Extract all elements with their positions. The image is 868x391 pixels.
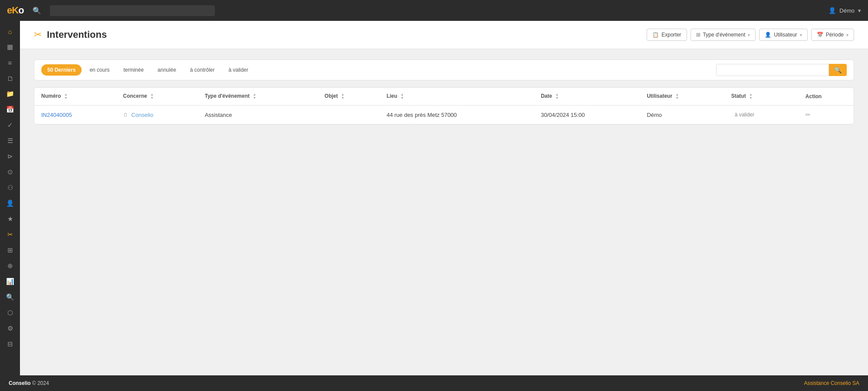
- page-title-area: ✂ Interventions: [34, 29, 107, 40]
- interventions-table: Numéro ▲▼ Concerne ▲▼ Type d'événement ▲…: [34, 87, 854, 125]
- filter-tabs: 50 Derniers en cours terminée annulée à …: [41, 60, 716, 80]
- sidebar-item-globe[interactable]: ⊕: [2, 259, 18, 273]
- sidebar-item-truck[interactable]: ⊳: [2, 149, 18, 163]
- table-row: IN24040005 🗋 Conselio Assistance 44 rue …: [34, 106, 854, 124]
- col-statut[interactable]: Statut ▲▼: [724, 88, 799, 106]
- sort-arrows-statut: ▲▼: [749, 93, 753, 100]
- table: Numéro ▲▼ Concerne ▲▼ Type d'événement ▲…: [34, 88, 854, 124]
- sidebar-item-badge[interactable]: ⊙: [2, 165, 18, 179]
- event-type-filter-button[interactable]: ⊞ Type d'événement ▾: [690, 29, 756, 41]
- sidebar-item-person[interactable]: 👤: [2, 196, 18, 210]
- sort-arrows-objet: ▲▼: [341, 93, 345, 100]
- edit-action-button[interactable]: ✏: [806, 111, 811, 118]
- cell-date: 30/04/2024 15:00: [534, 106, 640, 124]
- sidebar-item-check[interactable]: ✓: [2, 118, 18, 132]
- topnav-search-icon[interactable]: 🔍: [31, 5, 43, 17]
- user-filter-icon: 👤: [765, 32, 771, 38]
- sidebar-item-folder[interactable]: 📁: [2, 87, 18, 101]
- sidebar-item-network[interactable]: ⬡: [2, 306, 18, 320]
- filter-tab-annulee[interactable]: annulée: [151, 64, 182, 76]
- col-concerne[interactable]: Concerne ▲▼: [116, 88, 198, 106]
- filter-search-area: 🔍: [716, 64, 847, 76]
- export-button[interactable]: 📋 Exporter: [647, 29, 687, 41]
- sort-arrows-utilisateur: ▲▼: [675, 93, 679, 100]
- main-layout: ⌂ ▦ ≡ 🗋 📁 📅 ✓ ☰ ⊳ ⊙ ⚇ 👤 ★ ✂ ⊞ ⊕ 📊 🔍 ⬡ ⚙ …: [0, 21, 868, 375]
- period-filter-button[interactable]: 📅 Période ▾: [811, 29, 854, 41]
- event-type-icon: ⊞: [696, 32, 700, 38]
- sidebar-item-calendar[interactable]: 📅: [2, 103, 18, 116]
- export-icon: 📋: [652, 32, 659, 38]
- cell-action: ✏: [799, 106, 854, 124]
- page-title: Interventions: [47, 29, 107, 40]
- footer: Conselio © 2024 Assistance Conselio SA: [0, 375, 868, 391]
- sort-arrows-concerne: ▲▼: [150, 93, 154, 100]
- footer-company: Conselio: [9, 380, 31, 386]
- footer-right: Assistance Conselio SA: [804, 380, 859, 386]
- sidebar-item-settings[interactable]: ⚙: [2, 321, 18, 335]
- col-numero[interactable]: Numéro ▲▼: [34, 88, 116, 106]
- numero-link[interactable]: IN24040005: [41, 112, 72, 118]
- sidebar-item-search[interactable]: 🔍: [2, 290, 18, 304]
- footer-left: Conselio © 2024: [9, 380, 49, 386]
- filter-search-button[interactable]: 🔍: [829, 64, 847, 76]
- table-header-row: Numéro ▲▼ Concerne ▲▼ Type d'événement ▲…: [34, 88, 854, 106]
- sidebar-item-dashboard[interactable]: ▦: [2, 40, 18, 54]
- sidebar-item-lines[interactable]: ☰: [2, 134, 18, 148]
- sidebar-item-list[interactable]: ≡: [2, 56, 18, 70]
- app-logo: eKo: [7, 5, 24, 16]
- col-action: Action: [799, 88, 854, 106]
- topnav-left: eKo 🔍: [7, 5, 215, 17]
- sort-arrows-numero: ▲▼: [64, 93, 68, 100]
- period-icon: 📅: [817, 32, 823, 38]
- sidebar-item-report[interactable]: ⊞: [2, 243, 18, 257]
- sort-arrows-type: ▲▼: [253, 93, 256, 100]
- col-date[interactable]: Date ▲▼: [534, 88, 640, 106]
- page-content: ✂ Interventions 📋 Exporter ⊞ Type d'évén…: [20, 21, 868, 375]
- user-icon: 👤: [829, 7, 836, 14]
- page-title-icon: ✂: [34, 29, 42, 40]
- cell-numero: IN24040005: [34, 106, 116, 124]
- table-header: Numéro ▲▼ Concerne ▲▼ Type d'événement ▲…: [34, 88, 854, 106]
- page-header: ✂ Interventions 📋 Exporter ⊞ Type d'évén…: [20, 21, 868, 49]
- sidebar-item-tool[interactable]: ✂: [2, 228, 18, 242]
- user-chevron-icon[interactable]: ▾: [858, 7, 861, 14]
- topnav-right: 👤 Démo ▾: [829, 7, 861, 14]
- filter-search-input[interactable]: [716, 64, 829, 76]
- sidebar-item-document[interactable]: 🗋: [2, 71, 18, 85]
- cell-lieu: 44 rue des près Metz 57000: [380, 106, 534, 124]
- status-badge: à valider: [731, 111, 758, 119]
- sort-arrows-lieu: ▲▼: [401, 93, 404, 100]
- period-chevron-icon: ▾: [846, 33, 848, 37]
- sidebar-item-group[interactable]: ⚇: [2, 181, 18, 195]
- user-filter-button[interactable]: 👤 Utilisateur ▾: [759, 29, 807, 41]
- top-navigation: eKo 🔍 👤 Démo ▾: [0, 0, 868, 21]
- doc-icon: 🗋: [123, 112, 128, 117]
- sidebar-item-chart[interactable]: 📊: [2, 275, 18, 288]
- event-type-chevron-icon: ▾: [748, 33, 750, 37]
- concerne-link[interactable]: 🗋 Conselio: [123, 112, 191, 118]
- filter-tab-50derniers[interactable]: 50 Derniers: [41, 64, 82, 76]
- filter-tab-avalider[interactable]: à valider: [223, 64, 254, 76]
- main-content: 50 Derniers en cours terminée annulée à …: [20, 49, 868, 375]
- user-label: Démo: [839, 7, 855, 14]
- sort-arrows-date: ▲▼: [556, 93, 559, 100]
- cell-utilisateur: Démo: [640, 106, 724, 124]
- table-body: IN24040005 🗋 Conselio Assistance 44 rue …: [34, 106, 854, 124]
- user-filter-chevron-icon: ▾: [800, 33, 802, 37]
- header-actions: 📋 Exporter ⊞ Type d'événement ▾ 👤 Utilis…: [647, 29, 854, 41]
- filter-tab-acontroler[interactable]: à contrôler: [184, 64, 221, 76]
- topnav-search-input[interactable]: [50, 5, 215, 16]
- sidebar: ⌂ ▦ ≡ 🗋 📁 📅 ✓ ☰ ⊳ ⊙ ⚇ 👤 ★ ✂ ⊞ ⊕ 📊 🔍 ⬡ ⚙ …: [0, 21, 20, 375]
- cell-type-evenement: Assistance: [198, 106, 318, 124]
- col-utilisateur[interactable]: Utilisateur ▲▼: [640, 88, 724, 106]
- sidebar-item-star[interactable]: ★: [2, 212, 18, 226]
- filter-tab-encours[interactable]: en cours: [83, 64, 115, 76]
- col-lieu[interactable]: Lieu ▲▼: [380, 88, 534, 106]
- cell-statut: à valider: [724, 106, 799, 124]
- footer-year: © 2024: [32, 380, 49, 386]
- col-objet[interactable]: Objet ▲▼: [318, 88, 380, 106]
- sidebar-item-home[interactable]: ⌂: [2, 24, 18, 38]
- col-type-evenement[interactable]: Type d'événement ▲▼: [198, 88, 318, 106]
- sidebar-item-table2[interactable]: ⊟: [2, 337, 18, 351]
- filter-tab-terminee[interactable]: terminée: [117, 64, 150, 76]
